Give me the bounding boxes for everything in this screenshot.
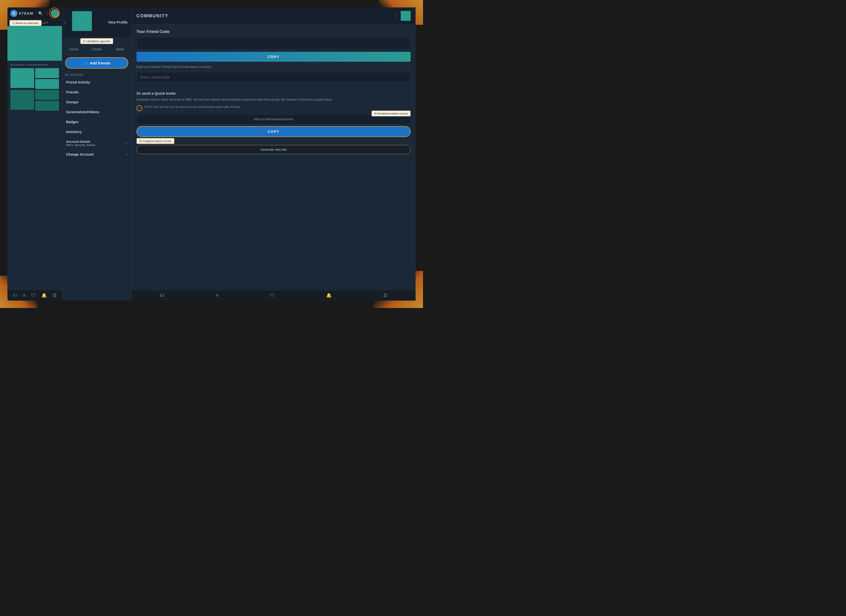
menu-item-friends[interactable]: Friends: [62, 87, 131, 97]
menu-item-account-details[interactable]: Account Details Store, Security, Family …: [62, 137, 131, 149]
steam-logo-icon: S: [10, 10, 17, 17]
add-friends-label: Add friends: [90, 61, 110, 65]
my-content-label: MY CONTENT: [62, 72, 131, 77]
account-details-content: Account Details Store, Security, Family: [66, 140, 95, 146]
bottom-bell-icon[interactable]: 🔔: [41, 293, 47, 298]
steam-bottom-nav: 🏷 ≡ 🛡 🔔 ☰: [7, 290, 62, 301]
friend-code-description: Enter your friend's Friend Code to invit…: [137, 65, 411, 69]
community-bottom-nav: 🏷 ≡ 🛡 🔔 ☰: [132, 290, 416, 301]
step3-annotation: 3) Создаем новую ссылку: [137, 138, 174, 144]
bottom-list-icon[interactable]: ≡: [23, 293, 26, 298]
featured-label: FEATURED & RECOMMENDED: [10, 64, 59, 66]
menu-item-label: Inventory: [66, 130, 82, 134]
view-profile-button[interactable]: View Profile: [108, 20, 128, 24]
generate-new-link-button[interactable]: Generate new link: [137, 145, 411, 154]
steam-header: S STEAM 🔍 ⋮: [7, 7, 62, 19]
menu-item-label: Badges: [66, 120, 79, 124]
menu-item-change-account[interactable]: Change Account ›: [62, 149, 131, 159]
friend-code-display: [137, 37, 411, 49]
check-icon: ✓: [137, 105, 142, 111]
avatar[interactable]: [51, 9, 59, 17]
thumb-6: [35, 101, 59, 111]
profile-panel: ‹ View Profile 2) «Добавить друзей» Game…: [62, 7, 131, 301]
thumb-1: [10, 68, 34, 88]
steam-banner: [7, 26, 62, 61]
menu-item-friend-activity[interactable]: Friend Activity: [62, 77, 131, 87]
tab-friends[interactable]: Friends: [85, 45, 108, 54]
comm-bottom-menu-icon[interactable]: ☰: [383, 293, 387, 298]
quick-invite-description: Generate a link to share via email or SM…: [137, 97, 411, 102]
thumb-group: [35, 68, 59, 89]
steam-header-icons: 🔍 ⋮: [38, 9, 59, 17]
account-details-subtitle: Store, Security, Family: [66, 144, 95, 146]
community-header: COMMUNITY ⋮: [132, 7, 416, 25]
menu-item-label: Friend Activity: [66, 80, 90, 84]
account-details-label: Account Details: [66, 140, 95, 144]
menu-item-badges[interactable]: Badges: [62, 117, 131, 127]
menu-item-label: Change Account: [66, 152, 94, 156]
profile-header: ‹ View Profile: [62, 7, 131, 37]
add-friends-button[interactable]: 👥 Add friends: [65, 57, 128, 69]
community-title: COMMUNITY: [137, 13, 168, 19]
menu-item-groups[interactable]: Groups: [62, 97, 131, 107]
comm-bottom-shield-icon[interactable]: 🛡: [270, 293, 275, 298]
note-text: ✓ NOTE: Each link can only be used once …: [137, 105, 411, 111]
menu-item-inventory[interactable]: Inventory: [62, 127, 131, 137]
friend-code-section: Your Friend Code COPY Enter your friend'…: [137, 29, 411, 86]
copy-quick-invite-button[interactable]: COPY: [137, 126, 411, 137]
menu-item-label: Groups: [66, 100, 78, 104]
thumb-2: [35, 68, 59, 78]
note-content: NOTE: Each link can only be used once an…: [144, 105, 241, 109]
menu-item-label: Screenshots/Videos: [66, 110, 99, 114]
comm-bottom-tag-icon[interactable]: 🏷: [160, 293, 164, 298]
menu-item-label: Friends: [66, 90, 79, 94]
friend-code-title: Your Friend Code: [137, 29, 411, 34]
copy-btn-wrapper: COPY: [137, 126, 411, 137]
thumb-5: [35, 90, 59, 100]
friend-code-input[interactable]: [137, 72, 411, 82]
quick-invite-title: Or send a Quick Invite: [137, 91, 411, 96]
menu-item-screenshots[interactable]: Screenshots/Videos: [62, 107, 131, 117]
steam-logo-text: STEAM: [19, 12, 34, 15]
main-container: S STEAM 🔍 ⋮ 1) Жмем на аватарку MENU ▾: [7, 7, 416, 301]
community-content: Your Friend Code COPY Enter your friend'…: [132, 25, 416, 290]
community-panel: COMMUNITY ⋮ Your Friend Code COPY Enter …: [131, 7, 416, 301]
step1-annotation: 1) Жмем на аватарку: [9, 20, 42, 26]
featured-section: FEATURED & RECOMMENDED: [7, 61, 62, 114]
copy-friend-code-button[interactable]: COPY: [137, 52, 411, 62]
thumb-4: [10, 90, 34, 110]
comm-bottom-bell-icon[interactable]: 🔔: [326, 293, 332, 298]
back-button[interactable]: ‹: [64, 20, 66, 25]
profile-tabs: Games Friends Wallet: [62, 45, 131, 54]
tab-games[interactable]: Games: [62, 45, 85, 54]
arrow-icon: ›: [126, 152, 127, 156]
add-friends-section: 👥 Add friends: [62, 54, 131, 72]
thumb-group2: [35, 90, 59, 111]
tab-wallet[interactable]: Wallet: [108, 45, 131, 54]
add-friends-icon: 👥: [83, 61, 88, 65]
community-avatar: [401, 11, 411, 21]
more-icon[interactable]: ⋮: [45, 11, 49, 16]
search-icon[interactable]: 🔍: [38, 11, 43, 16]
steam-logo: S STEAM: [10, 10, 34, 17]
community-header-right: ⋮: [394, 11, 411, 21]
arrow-icon: ›: [126, 141, 127, 145]
steam-panel: S STEAM 🔍 ⋮ 1) Жмем на аватарку MENU ▾: [7, 7, 62, 301]
community-more-icon[interactable]: ⋮: [394, 13, 398, 19]
comm-bottom-list-icon[interactable]: ≡: [216, 293, 219, 298]
thumb-3: [35, 79, 59, 89]
quick-invite-section: Or send a Quick Invite Generate a link t…: [137, 91, 411, 154]
quick-invite-link: https://s.team/p/ваша/ссылка: [137, 114, 411, 124]
step4-annotation: 4) Копируем новую ссылку: [372, 110, 411, 116]
step2-annotation: 2) «Добавить друзей»: [80, 38, 113, 44]
profile-avatar: [72, 11, 92, 31]
bottom-tag-icon[interactable]: 🏷: [13, 293, 17, 298]
bottom-menu-icon[interactable]: ☰: [53, 293, 56, 298]
featured-thumbnails: [10, 68, 59, 111]
steam-content: FEATURED & RECOMMENDED: [7, 26, 62, 290]
bottom-shield-icon[interactable]: 🛡: [31, 293, 36, 298]
